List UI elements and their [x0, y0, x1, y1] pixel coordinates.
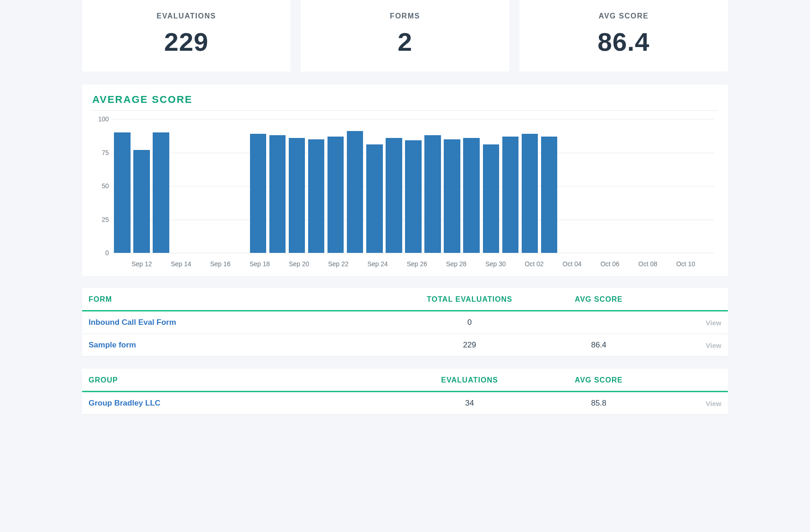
- x-tick-label: Sep 30: [485, 260, 506, 268]
- bar-slot: [151, 119, 171, 253]
- view-link[interactable]: View: [663, 334, 728, 357]
- x-tick-label: [388, 260, 407, 268]
- stat-value: 229: [87, 27, 286, 57]
- forms-table: FORM TOTAL EVALUATIONS AVG SCORE Inbound…: [82, 288, 728, 357]
- divider: [92, 110, 718, 111]
- table-row: Sample form22986.4View: [82, 334, 728, 357]
- x-tick-label: Sep 18: [250, 260, 270, 268]
- bar-slot: [307, 119, 326, 253]
- bars-container: [113, 119, 714, 253]
- form-link[interactable]: Sample form: [89, 341, 136, 349]
- x-tick-label: Oct 02: [524, 260, 543, 268]
- x-tick-label: [309, 260, 328, 268]
- bar[interactable]: [405, 140, 421, 253]
- groups-table: GROUP EVALUATIONS AVG SCORE Group Bradle…: [82, 369, 728, 415]
- x-tick-label: [113, 260, 131, 268]
- x-tick-label: Oct 10: [676, 260, 695, 268]
- bar[interactable]: [424, 135, 441, 253]
- col-avg-score: AVG SCORE: [534, 369, 663, 392]
- bar[interactable]: [250, 134, 266, 253]
- table-row: Group Bradley LLC3485.8View: [82, 392, 728, 415]
- bar-slot: [384, 119, 404, 253]
- col-actions: [663, 369, 728, 392]
- bar-slot: [190, 119, 209, 253]
- x-tick-label: Sep 12: [131, 260, 152, 268]
- x-tick-label: [582, 260, 601, 268]
- x-tick-label: Sep 26: [407, 260, 427, 268]
- bar[interactable]: [444, 139, 460, 253]
- bar-slot: [695, 119, 714, 253]
- y-tick-label: 50: [94, 182, 109, 190]
- view-link[interactable]: View: [663, 311, 728, 334]
- x-tick-label: Sep 16: [210, 260, 230, 268]
- bar-slot: [675, 119, 695, 253]
- bar-slot: [481, 119, 500, 253]
- bar[interactable]: [308, 139, 324, 253]
- stat-value: 86.4: [524, 27, 723, 57]
- bar[interactable]: [522, 134, 538, 253]
- bar[interactable]: [328, 137, 344, 253]
- bar[interactable]: [153, 132, 169, 253]
- stat-card-evaluations: EVALUATIONS 229: [82, 0, 291, 72]
- bar-slot: [637, 119, 656, 253]
- col-actions: [663, 288, 728, 311]
- bar-slot: [539, 119, 559, 253]
- bar[interactable]: [366, 144, 382, 253]
- bar-slot: [209, 119, 229, 253]
- y-tick-label: 75: [94, 149, 109, 156]
- bar-slot: [326, 119, 345, 253]
- x-tick-label: [152, 260, 171, 268]
- cell-avg: 86.4: [534, 334, 663, 357]
- col-avg-score: AVG SCORE: [534, 288, 663, 311]
- x-tick-label: Sep 28: [446, 260, 466, 268]
- x-tick-label: Sep 20: [289, 260, 309, 268]
- bar-slot: [229, 119, 248, 253]
- x-tick-label: Oct 06: [601, 260, 619, 268]
- col-form: FORM: [82, 288, 405, 311]
- y-tick-label: 25: [94, 216, 109, 223]
- cell-total: 0: [405, 311, 534, 334]
- x-tick-label: [270, 260, 289, 268]
- view-link[interactable]: View: [663, 392, 728, 415]
- bar-slot: [423, 119, 442, 253]
- x-tick-label: [427, 260, 446, 268]
- cell-avg: [534, 311, 663, 334]
- bar-slot: [598, 119, 617, 253]
- bar-slot: [578, 119, 598, 253]
- y-tick-label: 0: [94, 249, 109, 257]
- stat-label: FORMS: [305, 12, 505, 20]
- bar-slot: [287, 119, 307, 253]
- gridline: [113, 253, 714, 253]
- bar[interactable]: [541, 137, 557, 253]
- bar[interactable]: [463, 138, 479, 253]
- x-tick-label: Oct 04: [563, 260, 582, 268]
- stat-label: EVALUATIONS: [87, 12, 286, 20]
- bar-slot: [345, 119, 365, 253]
- x-tick-label: [191, 260, 210, 268]
- bar-slot: [442, 119, 462, 253]
- y-tick-label: 100: [94, 115, 109, 123]
- form-link[interactable]: Inbound Call Eval Form: [89, 318, 176, 327]
- bar-slot: [248, 119, 268, 253]
- cell-total: 229: [405, 334, 534, 357]
- stat-label: AVG SCORE: [524, 12, 723, 20]
- average-score-panel: AVERAGE SCORE 0255075100 Sep 12 Sep 14 S…: [82, 84, 728, 276]
- x-tick-label: Sep 14: [171, 260, 191, 268]
- col-evaluations: EVALUATIONS: [405, 369, 534, 392]
- group-link[interactable]: Group Bradley LLC: [89, 399, 161, 407]
- bar[interactable]: [386, 138, 402, 253]
- cell-evals: 34: [405, 392, 534, 415]
- bar[interactable]: [289, 138, 305, 253]
- bar[interactable]: [133, 150, 149, 253]
- bar[interactable]: [347, 131, 363, 253]
- x-tick-label: Sep 24: [367, 260, 387, 268]
- x-tick-label: Sep 22: [328, 260, 348, 268]
- bar-slot: [365, 119, 384, 253]
- bar[interactable]: [269, 135, 286, 253]
- bar[interactable]: [114, 132, 130, 253]
- x-tick-label: [657, 260, 676, 268]
- panel-title: AVERAGE SCORE: [92, 94, 718, 106]
- bar[interactable]: [483, 144, 499, 253]
- bar[interactable]: [502, 137, 518, 253]
- bar-slot: [462, 119, 481, 253]
